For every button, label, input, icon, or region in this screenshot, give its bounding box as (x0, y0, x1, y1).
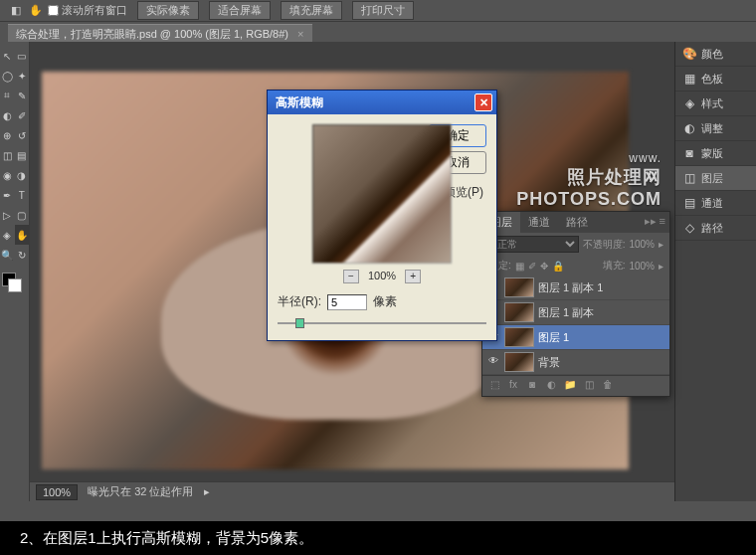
move-tool-icon[interactable]: ↖ (0, 46, 15, 66)
layer-name: 图层 1 副本 (538, 305, 594, 320)
background-swatch[interactable] (8, 278, 22, 292)
history-brush-icon[interactable]: ↺ (15, 125, 30, 145)
3d-tool-icon[interactable]: ◈ (0, 225, 15, 245)
eraser-tool-icon[interactable]: ◫ (0, 145, 15, 165)
lock-all-icon[interactable]: 🔒 (552, 261, 564, 272)
scroll-checkbox-input[interactable] (48, 5, 59, 16)
pen-tool-icon[interactable]: ✒ (0, 185, 15, 205)
wand-tool-icon[interactable]: ✦ (15, 66, 30, 86)
slider-thumb[interactable] (295, 318, 304, 328)
opacity-label: 不透明度: (583, 238, 626, 252)
layer-thumb (504, 327, 534, 347)
lock-pixels-icon[interactable]: ▦ (515, 261, 524, 272)
status-arrow-icon[interactable]: ▸ (204, 485, 210, 498)
preview-zoom-value: 100% (368, 270, 396, 281)
styles-icon: ◈ (681, 95, 697, 111)
radius-input[interactable] (327, 294, 367, 310)
dialog-title: 高斯模糊 (272, 94, 474, 111)
hand-tool-icon[interactable]: ✋ (15, 225, 30, 245)
scroll-all-checkbox[interactable]: 滚动所有窗口 (48, 3, 127, 18)
options-bar: ◧ ✋ 滚动所有窗口 实际像素 适合屏幕 填充屏幕 打印尺寸 (0, 0, 756, 22)
preview-zoom-controls: − 100% + (278, 270, 486, 283)
tab-paths[interactable]: 路径 (558, 212, 596, 233)
new-layer-icon[interactable]: ◫ (581, 379, 597, 393)
fill-screen-button[interactable]: 填充屏幕 (281, 1, 342, 20)
fill-arrow-icon[interactable]: ▸ (659, 261, 663, 272)
blend-mode-select[interactable]: 正常 (488, 236, 579, 253)
rail-adjust[interactable]: ◐调整 (675, 116, 756, 141)
right-panels-rail: 🎨颜色 ▦色板 ◈样式 ◐调整 ◙蒙版 ◫图层 ▤通道 ◇路径 (674, 42, 756, 501)
preview-thumbnail[interactable] (312, 124, 452, 264)
dialog-titlebar[interactable]: 高斯模糊 ✕ (268, 91, 496, 114)
lock-move-icon[interactable]: ✥ (540, 261, 548, 272)
fill-value[interactable]: 100% (629, 261, 655, 272)
layer-thumb (504, 302, 534, 322)
brush-tool-icon[interactable]: ✐ (15, 105, 30, 125)
rail-color[interactable]: 🎨颜色 (675, 42, 756, 67)
lock-brush-icon[interactable]: ✐ (528, 261, 536, 272)
folder-icon[interactable]: 📁 (562, 379, 578, 393)
marquee-tool-icon[interactable]: ▭ (15, 46, 30, 66)
paths-icon: ◇ (681, 220, 697, 236)
rail-paths[interactable]: ◇路径 (675, 216, 756, 241)
document-tabs: 综合处理，打造明亮眼睛.psd @ 100% (图层 1, RGB/8#) × (0, 22, 756, 42)
link-icon[interactable]: ⬚ (486, 379, 502, 393)
eyedropper-tool-icon[interactable]: ✎ (15, 86, 30, 105)
crop-tool-icon[interactable]: ⌗ (0, 86, 15, 105)
tools-panel: ↖▭ ◯✦ ⌗✎ ◐✐ ⊕↺ ◫▤ ◉◑ ✒T ▷▢ ◈✋ 🔍↻ (0, 42, 30, 501)
adjust-layer-icon[interactable]: ◐ (543, 379, 559, 393)
color-swatches[interactable] (0, 271, 29, 294)
fit-screen-button[interactable]: 适合屏幕 (209, 1, 271, 20)
watermark-line1: 照片处理网 (516, 165, 662, 189)
blend-row: 正常 不透明度: 100% ▸ (482, 233, 669, 256)
layers-icon: ◫ (681, 170, 697, 186)
rail-layers[interactable]: ◫图层 (675, 166, 756, 191)
document-tab[interactable]: 综合处理，打造明亮眼睛.psd @ 100% (图层 1, RGB/8#) × (8, 24, 312, 44)
blur-tool-icon[interactable]: ◉ (0, 165, 15, 185)
status-bar: 100% 曝光只在 32 位起作用 ▸ (30, 481, 674, 501)
stamp-tool-icon[interactable]: ⊕ (0, 125, 15, 145)
zoom-tool-icon[interactable]: 🔍 (0, 245, 15, 265)
rail-mask[interactable]: ◙蒙版 (675, 141, 756, 166)
panel-tabs: 图层 通道 路径 ▸▸ ≡ (482, 212, 669, 233)
layer-item[interactable]: 图层 1 副本 (482, 300, 669, 325)
main-area: ↖▭ ◯✦ ⌗✎ ◐✐ ⊕↺ ◫▤ ◉◑ ✒T ▷▢ ◈✋ 🔍↻ 100% 曝光… (0, 42, 756, 501)
close-tab-icon[interactable]: × (297, 28, 303, 40)
lasso-tool-icon[interactable]: ◯ (0, 66, 15, 86)
rotate-tool-icon[interactable]: ↻ (15, 245, 30, 265)
zoom-out-button[interactable]: − (343, 270, 359, 283)
rail-swatches[interactable]: ▦色板 (675, 67, 756, 92)
layer-name: 图层 1 副本 1 (538, 280, 603, 295)
close-icon[interactable]: ✕ (474, 93, 492, 111)
rail-styles[interactable]: ◈样式 (675, 92, 756, 116)
slider-track (278, 322, 486, 324)
zoom-in-button[interactable]: + (405, 270, 421, 283)
path-tool-icon[interactable]: ▷ (0, 205, 15, 225)
trash-icon[interactable]: 🗑 (600, 379, 616, 393)
shape-tool-icon[interactable]: ▢ (15, 205, 30, 225)
tab-channels[interactable]: 通道 (520, 212, 558, 233)
mask-add-icon[interactable]: ◙ (524, 379, 540, 393)
layer-item[interactable]: 图层 1 副本 1 (482, 276, 669, 300)
actual-pixels-button[interactable]: 实际像素 (137, 1, 199, 20)
type-tool-icon[interactable]: T (15, 185, 30, 205)
fx-icon[interactable]: fx (505, 379, 521, 393)
layer-item-selected[interactable]: 👁图层 1 (482, 325, 669, 350)
dodge-tool-icon[interactable]: ◑ (15, 165, 30, 185)
opacity-value[interactable]: 100% (629, 239, 655, 250)
panel-collapse-icon[interactable]: ▸▸ ≡ (641, 212, 669, 233)
swatches-icon: ▦ (681, 71, 697, 87)
layer-item[interactable]: 👁背景 (482, 350, 669, 375)
hand-tool-icon[interactable]: ✋ (28, 3, 44, 19)
gradient-tool-icon[interactable]: ▤ (15, 145, 30, 165)
ps-icon[interactable]: ◧ (8, 3, 24, 19)
heal-tool-icon[interactable]: ◐ (0, 105, 15, 125)
radius-slider[interactable] (278, 316, 486, 330)
visibility-icon[interactable]: 👁 (486, 355, 500, 369)
zoom-value[interactable]: 100% (36, 484, 78, 500)
photoshop-app: ◧ ✋ 滚动所有窗口 实际像素 适合屏幕 填充屏幕 打印尺寸 综合处理，打造明亮… (0, 0, 756, 521)
opacity-arrow-icon[interactable]: ▸ (659, 239, 663, 250)
radius-unit: 像素 (373, 293, 397, 310)
print-size-button[interactable]: 打印尺寸 (352, 1, 414, 20)
rail-channels[interactable]: ▤通道 (675, 191, 756, 216)
